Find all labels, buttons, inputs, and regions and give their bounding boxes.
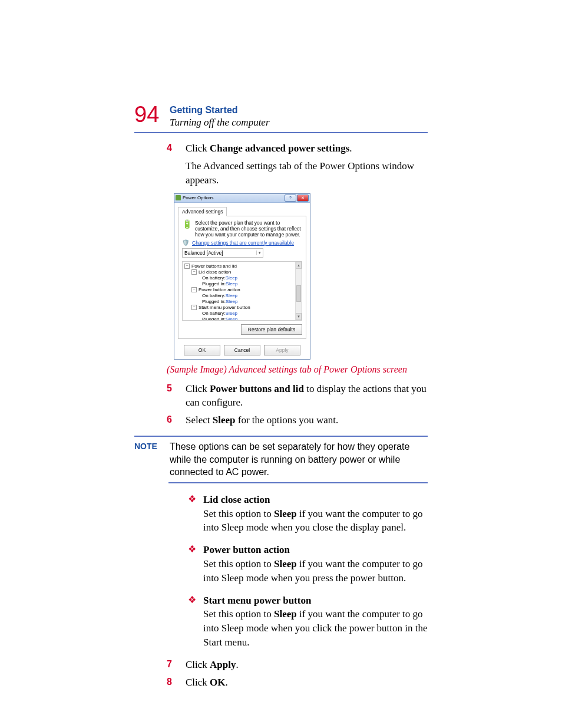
step-number: 8 (167, 676, 186, 690)
tree-value[interactable]: Sleep (226, 317, 237, 321)
section-subtitle: Turning off the computer (170, 117, 270, 129)
step-text: Click (186, 659, 210, 670)
bullet-text: Set this option to (203, 558, 274, 569)
bullet-bold: Sleep (274, 508, 297, 519)
step-text: Click (186, 383, 210, 394)
step-suffix: . (349, 143, 352, 154)
step-6: 6 Select Sleep for the options you want. (167, 413, 428, 427)
collapse-icon[interactable]: − (191, 269, 197, 275)
tree-node: Lid close action (199, 269, 231, 275)
tree-value[interactable]: Sleep (226, 299, 237, 304)
collapse-icon[interactable]: − (191, 305, 197, 310)
page-content: 94 Getting Started Turning off the compu… (0, 0, 562, 728)
scrollbar[interactable]: ▲ ▼ (295, 262, 302, 320)
step-suffix: . (236, 659, 239, 670)
plan-selected-value: Balanced [Active] (184, 250, 223, 256)
step-4-followup: The Advanced settings tab of the Power O… (186, 159, 428, 187)
scroll-down-icon[interactable]: ▼ (296, 313, 302, 320)
bullet-bold: Sleep (274, 608, 297, 620)
tree-value[interactable]: Sleep (226, 275, 237, 281)
apply-button[interactable]: Apply (264, 345, 300, 355)
step-number: 7 (167, 658, 186, 672)
chevron-down-icon: ▾ (256, 251, 261, 255)
tab-advanced-settings[interactable]: Advanced settings (178, 207, 227, 216)
change-settings-link[interactable]: Change settings that are currently unava… (192, 240, 294, 246)
diamond-bullet-icon: ❖ (188, 493, 203, 535)
close-button[interactable]: ✕ (297, 195, 309, 202)
tree-label: On battery: (202, 311, 226, 316)
settings-tree[interactable]: −Power buttons and lid −Lid close action… (182, 261, 302, 321)
step-suffix: . (226, 677, 228, 688)
bullet-item: ❖ Power button action Set this option to… (188, 543, 428, 585)
tree-label: Plugged in: (202, 317, 226, 321)
note-label: NOTE (134, 440, 170, 479)
collapse-icon[interactable]: − (184, 263, 190, 269)
tab-panel: 🔋 Select the power plan that you want to… (178, 216, 306, 339)
power-icon (176, 195, 181, 200)
dialog-titlebar: Power Options ? ✕ (174, 194, 310, 203)
tree-label: On battery: (202, 293, 226, 298)
scroll-up-icon[interactable]: ▲ (296, 262, 302, 269)
diamond-bullet-icon: ❖ (188, 543, 203, 585)
step-text: Click (186, 677, 210, 688)
step-5: 5 Click Power buttons and lid to display… (167, 382, 428, 410)
step-suffix: for the options you want. (236, 414, 339, 426)
collapse-icon[interactable]: − (191, 287, 197, 292)
header-divider (134, 132, 428, 133)
note-divider-top (134, 436, 428, 437)
step-number: 6 (167, 413, 186, 427)
bullet-list: ❖ Lid close action Set this option to Sl… (188, 493, 428, 650)
bullet-title: Lid close action (203, 494, 270, 505)
ok-button[interactable]: OK (184, 345, 220, 355)
plan-select[interactable]: Balanced [Active] ▾ (182, 248, 263, 258)
help-button[interactable]: ? (285, 195, 296, 202)
diamond-bullet-icon: ❖ (188, 594, 203, 650)
bullet-title: Start menu power button (203, 595, 311, 606)
note-text: These options can be set separately for … (170, 440, 428, 479)
bullet-text: Set this option to (203, 508, 274, 519)
image-caption: (Sample Image) Advanced settings tab of … (167, 364, 428, 375)
battery-icon: 🔋 (182, 220, 192, 228)
step-bold: OK (210, 677, 225, 688)
step-number: 4 (167, 141, 186, 156)
tree-label: Plugged in: (202, 281, 226, 286)
step-4: 4 Click Change advanced power settings. (167, 141, 428, 156)
dialog-description: Select the power plan that you want to c… (195, 220, 302, 238)
bullet-item: ❖ Start menu power button Set this optio… (188, 594, 428, 650)
page-number: 94 (134, 103, 170, 126)
tree-label: Plugged in: (202, 299, 226, 304)
step-8: 8 Click OK. (167, 676, 428, 690)
power-options-dialog: Power Options ? ✕ Advanced settings 🔋 Se… (174, 193, 310, 360)
step-number: 5 (167, 382, 186, 410)
section-title: Getting Started (170, 104, 270, 116)
tree-value[interactable]: Sleep (226, 281, 237, 286)
shield-icon: 🛡️ (182, 240, 189, 246)
dialog-title: Power Options (183, 195, 285, 200)
note-divider-bottom (168, 482, 428, 483)
bullet-text: Set this option to (203, 608, 274, 620)
restore-defaults-button[interactable]: Restore plan defaults (241, 324, 302, 335)
tree-label: On battery: (202, 275, 226, 281)
tree-node: Start menu power button (199, 305, 250, 310)
page-header: 94 Getting Started Turning off the compu… (134, 103, 428, 129)
bullet-item: ❖ Lid close action Set this option to Sl… (188, 493, 428, 535)
note-block: NOTE These options can be set separately… (134, 440, 428, 479)
step-bold: Change advanced power settings (210, 143, 349, 154)
step-bold: Apply (210, 659, 236, 670)
bullet-bold: Sleep (274, 558, 297, 569)
step-text: Select (186, 414, 213, 426)
step-text: Click (186, 143, 210, 154)
tree-node: Power button action (199, 287, 240, 292)
tree-value[interactable]: Sleep (226, 311, 237, 316)
scroll-thumb[interactable] (296, 285, 301, 302)
tree-node: Power buttons and lid (191, 263, 237, 269)
bullet-title: Power button action (203, 544, 290, 555)
tree-value[interactable]: Sleep (226, 293, 237, 298)
step-bold: Sleep (213, 414, 236, 426)
step-bold: Power buttons and lid (210, 383, 304, 394)
cancel-button[interactable]: Cancel (224, 345, 260, 355)
step-7: 7 Click Apply. (167, 658, 428, 672)
